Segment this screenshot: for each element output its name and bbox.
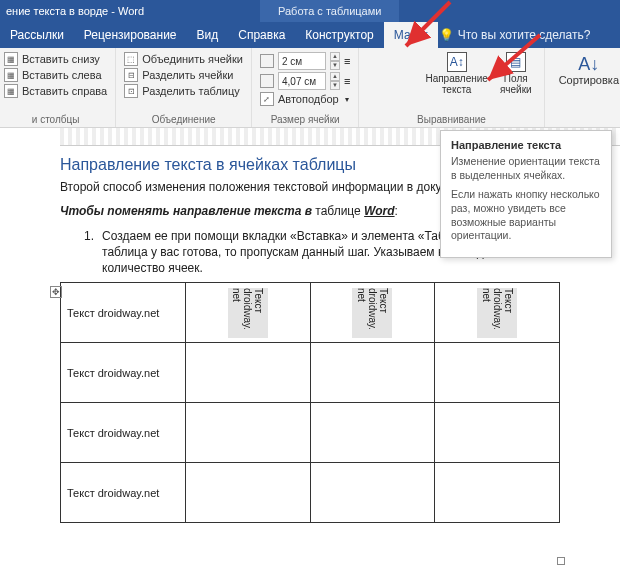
- title-bar: ение текста в ворде - Word Работа с табл…: [0, 0, 620, 22]
- alignment-grid: [367, 52, 417, 102]
- insert-below-button[interactable]: ▦Вставить снизу: [4, 52, 107, 66]
- split-table-icon: ⊡: [124, 84, 138, 98]
- document-table[interactable]: Текст droidway.net Текст droidway. net Т…: [60, 282, 560, 523]
- merge-cells-icon: ⬚: [124, 52, 138, 66]
- align-tl[interactable]: [367, 52, 383, 68]
- merge-cells-label: Объединить ячейки: [142, 53, 243, 65]
- table-row: Текст droidway.net: [61, 403, 560, 463]
- sort-label: Сортировка: [559, 74, 619, 86]
- sort-button[interactable]: A↓ Сортировка: [553, 52, 620, 88]
- cell-margins-icon: ▤: [506, 52, 526, 72]
- tooltip-body-1: Изменение ориентации текста в выделенных…: [451, 155, 601, 182]
- align-bl[interactable]: [367, 86, 383, 102]
- cell-text-vertical: Текст droidway. net: [231, 288, 264, 338]
- table-cell[interactable]: [435, 463, 560, 523]
- col-width-control[interactable]: 4,07 см ▲▼ ≡: [260, 72, 350, 90]
- table-cell[interactable]: Текст droidway. net: [435, 283, 560, 343]
- split-cells-label: Разделить ячейки: [142, 69, 233, 81]
- table-cell[interactable]: [435, 343, 560, 403]
- sort-icon: A↓: [578, 54, 599, 74]
- group-merge: ⬚Объединить ячейки ⊟Разделить ячейки ⊡Ра…: [116, 48, 252, 127]
- table-cell[interactable]: Текст droidway.net: [61, 403, 186, 463]
- autofit-button[interactable]: ⤢Автоподбор▾: [260, 92, 350, 106]
- split-cells-button[interactable]: ⊟Разделить ячейки: [124, 68, 243, 82]
- row-height-field[interactable]: 2 см: [278, 52, 326, 70]
- tab-review[interactable]: Рецензирование: [74, 22, 187, 48]
- tellme-input[interactable]: Что вы хотите сделать?: [456, 22, 591, 48]
- table-cell[interactable]: [185, 343, 310, 403]
- row-height-icon: [260, 54, 274, 68]
- table-cell[interactable]: Текст droidway. net: [310, 283, 435, 343]
- align-bc[interactable]: [384, 86, 400, 102]
- table-cell[interactable]: [185, 463, 310, 523]
- table-cell[interactable]: Текст droidway.net: [61, 343, 186, 403]
- cell-text: Текст droidway.net: [67, 307, 159, 319]
- split-table-label: Разделить таблицу: [142, 85, 240, 97]
- table-row: Текст droidway.net: [61, 463, 560, 523]
- tab-design[interactable]: Конструктор: [295, 22, 383, 48]
- tab-help[interactable]: Справка: [228, 22, 295, 48]
- doc-p2-word: Word: [364, 204, 394, 218]
- autofit-label: Автоподбор: [278, 93, 339, 105]
- align-br[interactable]: [401, 86, 417, 102]
- insert-left-label: Вставить слева: [22, 69, 102, 81]
- col-width-field[interactable]: 4,07 см: [278, 72, 326, 90]
- group-rows-cols: ▦Вставить снизу ▦Вставить слева ▦Вставит…: [0, 48, 116, 127]
- table-cell[interactable]: Текст droidway. net: [185, 283, 310, 343]
- group-alignment: A↕ Направление текста ▤ Поля ячейки Выра…: [359, 48, 544, 127]
- cell-margins-button[interactable]: ▤ Поля ячейки: [496, 52, 536, 95]
- col-width-spinner[interactable]: ▲▼: [330, 72, 340, 90]
- tooltip-body-2: Если нажать кнопку несколько раз, можно …: [451, 188, 601, 243]
- doc-p2-mid: таблице: [312, 204, 364, 218]
- group-rows-cols-label: и столбцы: [4, 114, 107, 125]
- table-cell[interactable]: [310, 463, 435, 523]
- table-cell[interactable]: [310, 343, 435, 403]
- tab-view[interactable]: Вид: [187, 22, 229, 48]
- cell-text-vertical: Текст droidway. net: [481, 288, 514, 338]
- tab-layout[interactable]: Макет: [384, 22, 438, 48]
- insert-below-label: Вставить снизу: [22, 53, 100, 65]
- align-mr[interactable]: [401, 69, 417, 85]
- row-height-control[interactable]: 2 см ▲▼ ≡: [260, 52, 350, 70]
- row-height-spinner[interactable]: ▲▼: [330, 52, 340, 70]
- group-merge-label: Объединение: [124, 114, 243, 125]
- text-direction-icon: A↕: [447, 52, 467, 72]
- align-mc[interactable]: [384, 69, 400, 85]
- align-tc[interactable]: [384, 52, 400, 68]
- tab-mailings[interactable]: Рассылки: [0, 22, 74, 48]
- cell-text: Текст droidway.net: [67, 487, 159, 499]
- align-ml[interactable]: [367, 69, 383, 85]
- autofit-icon: ⤢: [260, 92, 274, 106]
- tellme-bulb-icon[interactable]: 💡: [438, 22, 456, 48]
- table-resize-handle[interactable]: [557, 557, 565, 565]
- insert-left-icon: ▦: [4, 68, 18, 82]
- group-data: A↓ Сортировка: [545, 48, 620, 127]
- table-move-handle[interactable]: ✥: [50, 286, 62, 298]
- distribute-rows-icon[interactable]: ≡: [344, 55, 350, 67]
- table-row: Текст droidway.net Текст droidway. net Т…: [61, 283, 560, 343]
- insert-right-button[interactable]: ▦Вставить справа: [4, 84, 107, 98]
- split-table-button[interactable]: ⊡Разделить таблицу: [124, 84, 243, 98]
- table-cell[interactable]: Текст droidway.net: [61, 463, 186, 523]
- insert-left-button[interactable]: ▦Вставить слева: [4, 68, 107, 82]
- text-direction-button[interactable]: A↕ Направление текста: [421, 52, 491, 95]
- cell-text-vertical: Текст droidway. net: [356, 288, 389, 338]
- table-cell[interactable]: Текст droidway.net: [61, 283, 186, 343]
- table-cell[interactable]: [435, 403, 560, 463]
- table-row: Текст droidway.net: [61, 343, 560, 403]
- group-cell-size: 2 см ▲▼ ≡ 4,07 см ▲▼ ≡ ⤢Автоподбор▾ Разм…: [252, 48, 359, 127]
- insert-right-label: Вставить справа: [22, 85, 107, 97]
- cell-margins-label: Поля ячейки: [500, 73, 532, 95]
- merge-cells-button[interactable]: ⬚Объединить ячейки: [124, 52, 243, 66]
- distribute-cols-icon[interactable]: ≡: [344, 75, 350, 87]
- split-cells-icon: ⊟: [124, 68, 138, 82]
- ribbon: ▦Вставить снизу ▦Вставить слева ▦Вставит…: [0, 48, 620, 128]
- list-number: 1.: [84, 228, 94, 277]
- dropdown-icon: ▾: [345, 95, 349, 104]
- group-size-label: Размер ячейки: [260, 114, 350, 125]
- table-cell[interactable]: [310, 403, 435, 463]
- tooltip-title: Направление текста: [451, 139, 601, 151]
- align-tr[interactable]: [401, 52, 417, 68]
- table-cell[interactable]: [185, 403, 310, 463]
- window-title: ение текста в ворде - Word: [6, 5, 144, 17]
